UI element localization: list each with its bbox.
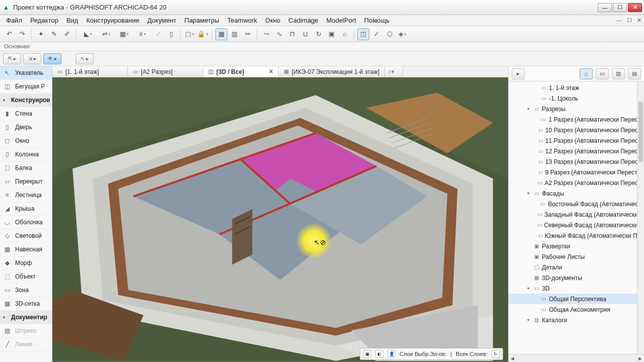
tree-node[interactable]: ▭13 Разрез (Автоматически Перестр [509, 156, 644, 167]
3d-viewport[interactable]: ↖⊘ ▣ ◐ 👤 Слои Выбр.Эл-ов: | Всех Слоев: … [52, 77, 508, 362]
menu-view[interactable]: Вид [62, 16, 83, 25]
measure-button[interactable]: ▥ [228, 28, 240, 40]
tool-shell[interactable]: ◡Оболочка [0, 216, 52, 229]
tree-node[interactable]: ▾▭3D [509, 283, 644, 294]
tool-slab[interactable]: ▱Перекрыт [0, 175, 52, 189]
section-document[interactable]: Документир [0, 311, 52, 324]
tree-node[interactable]: ▭1 Разрез (Автоматически Перестр [509, 114, 644, 125]
tool-beam[interactable]: ⎕Балка [0, 161, 52, 175]
tab-3d[interactable]: ◫[3D / Все]✕ [203, 66, 279, 77]
cloud-button[interactable]: ⬡ [383, 28, 395, 40]
tab-section[interactable]: ▭[А2 Разрез] [128, 66, 203, 77]
tree-node[interactable]: ▭Общая Аксонометрия [509, 304, 644, 315]
tree-node[interactable]: ▭9 Разрез (Автоматически Перестро [509, 167, 644, 177]
a2-button[interactable]: ⊔ [299, 28, 311, 40]
grid-drop[interactable]: ▦ [116, 28, 133, 40]
tool-zone[interactable]: ▭Зона [0, 284, 52, 297]
tool-curtain[interactable]: ▦Навесная [0, 243, 52, 256]
edit-mode-button[interactable]: ◫ [357, 28, 369, 40]
qo-1[interactable]: ▣ [363, 350, 371, 358]
menu-options[interactable]: Параметры [181, 16, 223, 25]
tree-node[interactable]: ▭1. 1-й этаж [509, 82, 644, 93]
menu-window[interactable]: Окно [261, 16, 284, 25]
qo-3[interactable]: 👤 [387, 350, 395, 358]
tree-scrollbar[interactable] [637, 81, 644, 354]
tool-door[interactable]: ▯Дверь [0, 121, 52, 134]
menu-design[interactable]: Конструирование [82, 16, 143, 25]
undo-button[interactable]: ↶ [3, 28, 15, 40]
menu-cadimage[interactable]: Cadimage [284, 16, 322, 25]
pick-button[interactable]: ✦ [35, 28, 47, 40]
tool-morph[interactable]: ◆Морф [0, 256, 52, 270]
tree-node[interactable]: ▾▥Каталоги [509, 315, 644, 325]
nav-pop-button[interactable]: ▸ [512, 68, 525, 79]
tool-mesh[interactable]: ▩3D-сетка [0, 297, 52, 311]
mdi-max[interactable]: ☐ [625, 17, 633, 24]
home-button[interactable]: ⌂ [339, 28, 351, 40]
menu-document[interactable]: Документ [143, 16, 181, 25]
a4-button[interactable]: ▣ [326, 28, 338, 40]
tree-node[interactable]: ▦3D-документы [509, 273, 644, 283]
tree-node[interactable]: ▭11 Разрез (Автоматически Перестр [509, 135, 644, 146]
ruler-button[interactable]: ⟋ [152, 28, 164, 40]
link-button[interactable]: ✓ [370, 28, 382, 40]
sub-eye[interactable]: 👁 ▸ [43, 53, 61, 64]
tool-line[interactable]: ╱Линия [0, 338, 52, 351]
nav-mode-project[interactable]: ⌂ [580, 68, 593, 79]
tree-node[interactable]: ▭Северный Фасад (Автоматически П [509, 220, 644, 230]
tree-node[interactable]: ▭Общая Перспектива [509, 294, 644, 304]
tree-node[interactable]: ◯Детали [509, 262, 644, 273]
sub-cursor[interactable]: ↖ ▸ [75, 53, 94, 64]
nav-mode-publisher[interactable]: ▤ [628, 68, 641, 79]
tree-node[interactable]: ▭10 Разрез (Автоматически Перестр [509, 125, 644, 135]
tool-roof[interactable]: ◢Крыша [0, 202, 52, 216]
menu-editor[interactable]: Редактор [26, 16, 62, 25]
render-drop[interactable]: ◈ [396, 28, 409, 40]
tool-wall[interactable]: ▮Стена [0, 107, 52, 121]
menu-modelport[interactable]: ModelPort [323, 16, 360, 25]
tree-node[interactable]: ▭Восточный Фасад (Автоматически [509, 199, 644, 209]
menu-file[interactable]: Файл [2, 16, 26, 25]
tree-node[interactable]: ▾▭Разрезы [509, 104, 644, 114]
grid2-drop[interactable]: # [134, 28, 151, 40]
tool-hatch[interactable]: ▨Штрихо [0, 324, 52, 338]
menu-teamwork[interactable]: Teamwork [223, 16, 261, 25]
snap-drop[interactable]: ⇌ [98, 28, 115, 40]
mdi-min[interactable]: — [615, 17, 623, 24]
navigator-tree[interactable]: ▭1. 1-й этаж▭-1. Цоколь▾▭Разрезы▭1 Разре… [509, 81, 644, 354]
nav-mode-view[interactable]: ▭ [596, 68, 609, 79]
tree-node[interactable]: ▭Южный Фасад (Автоматически Пер [509, 230, 644, 241]
tool-skylight[interactable]: ◇Световой [0, 229, 52, 243]
path-button[interactable]: ∿ [273, 28, 285, 40]
mdi-close[interactable]: ✕ [635, 17, 643, 24]
close-button[interactable]: ✕ [628, 3, 642, 12]
layer-drop[interactable]: ▢ [184, 28, 196, 40]
tree-node[interactable]: ▭-1. Цоколь [509, 93, 644, 104]
qo-refresh[interactable]: ↻ [492, 350, 500, 358]
cut-button[interactable]: ✂ [242, 28, 254, 40]
tree-node[interactable]: ▭Западный Фасад (Автоматически П [509, 209, 644, 220]
menu-help[interactable]: Помощь [360, 16, 393, 25]
maximize-button[interactable]: ☐ [613, 3, 627, 12]
trace-button[interactable]: ▦ [215, 28, 227, 40]
tab-floor[interactable]: ▭[1. 1-й этаж] [52, 66, 128, 77]
minimize-button[interactable]: — [598, 3, 612, 12]
tab-schedule[interactable]: ▦[ИКЭ-07 Экспликация 1-й этаж] [279, 66, 385, 77]
tree-node[interactable]: ▭12 Разрез (Автоматически Перестр [509, 146, 644, 156]
tree-hscroll[interactable]: ◀▶ [509, 354, 644, 362]
sub-arrow2[interactable]: ⇲ ▸ [23, 53, 41, 64]
a3-button[interactable]: ↻ [312, 28, 325, 40]
qo-2[interactable]: ◐ [375, 350, 383, 358]
nav-mode-layout[interactable]: ▥ [612, 68, 625, 79]
tool-marquee[interactable]: ◫Бегущая Р [0, 80, 52, 94]
tree-node[interactable]: ▭А2 Разрез (Автоматически Перестр [509, 177, 644, 188]
redo-button[interactable]: ↷ [16, 28, 28, 40]
tool-object[interactable]: ⬚Объект [0, 270, 52, 284]
tree-node[interactable]: ▣Развертки [509, 241, 644, 251]
inject-button[interactable]: ✐ [61, 28, 73, 40]
tool-window[interactable]: ◻Окно [0, 134, 52, 148]
tool-stair[interactable]: ≡Лестница [0, 189, 52, 202]
wand-button[interactable]: ✎ [48, 28, 60, 40]
tool-pointer[interactable]: ↖Указатель [0, 66, 52, 80]
cursor-mode[interactable]: ▯ [165, 28, 177, 40]
